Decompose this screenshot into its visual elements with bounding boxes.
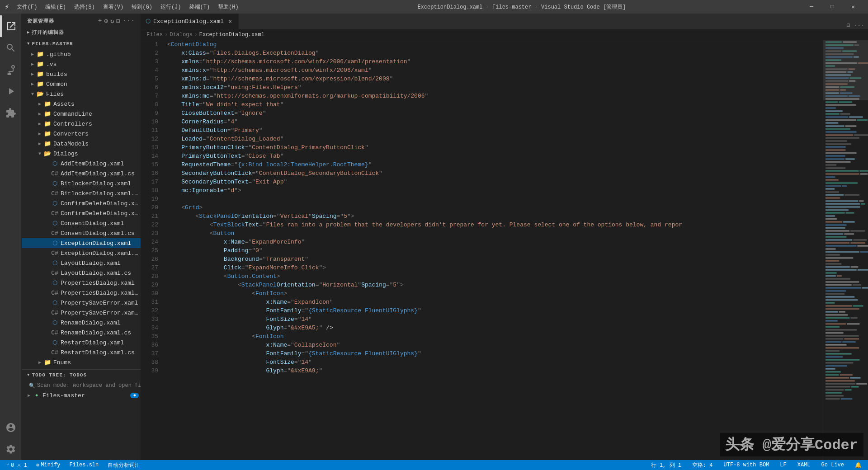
tree-item-exceptiondialog-xaml[interactable]: ▶ ⬡ ExceptionDialog.xaml [22, 238, 141, 248]
status-files-sln[interactable]: Files.sln [66, 460, 101, 470]
tab-exceptiondialog[interactable]: ⬡ ExceptionDialog.xaml ✕ [141, 14, 239, 29]
status-language[interactable]: XAML [795, 460, 813, 470]
menu-select[interactable]: 选择(S) [71, 1, 99, 13]
status-cursor[interactable]: 行 1, 列 1 [648, 460, 684, 470]
menu-edit[interactable]: 编辑(E) [42, 1, 70, 13]
run-activity-icon[interactable] [0, 80, 22, 102]
status-plus-icon[interactable]: 🔔 [852, 460, 864, 470]
close-button[interactable]: ✕ [843, 0, 863, 14]
xaml-icon-6: ⬡ [51, 259, 59, 267]
breadcrumb-file[interactable]: ExceptionDialog.xaml [199, 32, 264, 38]
code-content[interactable]: <ContentDialog x:Class="Files.Dialogs.Ex… [164, 40, 823, 460]
tree-item-restartdialog-cs[interactable]: ▶ C# RestartDialog.xaml.cs [22, 348, 141, 357]
tree-item-confirmdeletedialog-xaml[interactable]: ▶ ⬡ ConfirmDeleteDialog.xaml [22, 198, 141, 208]
split-editor-icon[interactable]: ⊟ [847, 22, 850, 29]
tree-item-layoutdialog-cs[interactable]: ▶ C# LayoutDialog.xaml.cs [22, 268, 141, 278]
tree-item-enums[interactable]: ▶ 📁 Enums [22, 357, 141, 367]
tree-item-datamodels[interactable]: ▶ 📁 DataModels [22, 139, 141, 149]
settings-activity-icon[interactable] [0, 438, 22, 460]
tree-item-renamedialog-xaml[interactable]: ▶ ⬡ RenameDialog.xaml [22, 318, 141, 328]
todo-files-master-item[interactable]: ▶ ● Files-master ● [22, 390, 141, 400]
status-spaces[interactable]: 空格: 4 [689, 460, 716, 470]
xaml-icon-5: ⬡ [51, 240, 59, 247]
sidebar: 资源管理器 + ⊕ ↻ ⊟ ··· ▶ 打开的编辑器 ▼ FILES-MASTE… [22, 14, 141, 460]
files-master-section-title[interactable]: ▼ FILES-MASTER [22, 38, 141, 49]
code-line-12: Loaded="ContentDialog_Loaded" [167, 135, 823, 143]
tree-item-propertysaveerror-cs[interactable]: ▶ C# PropertySaveError.xaml.cs [22, 308, 141, 318]
tree-item-restartdialog-xaml[interactable]: ▶ ⬡ RestartDialog.xaml [22, 338, 141, 348]
tree-item-common[interactable]: ▶ 📁 Common [22, 79, 141, 89]
tree-item-exceptiondialog-cs[interactable]: ▶ C# ExceptionDialog.xaml.cs [22, 248, 141, 258]
tree-arrow-files: ▼ [29, 92, 36, 97]
tree-item-vs[interactable]: ▶ 📁 .vs [22, 59, 141, 69]
code-line-19 [167, 195, 823, 203]
status-errors[interactable]: ⊗ Minify [33, 460, 63, 470]
source-control-activity-icon[interactable] [0, 59, 22, 80]
refresh-icon[interactable]: ↻ [110, 17, 114, 25]
status-analysis[interactable]: 自动分析词汇 [105, 460, 143, 470]
account-activity-icon[interactable] [0, 417, 22, 438]
cs-icon-2: C# [51, 190, 59, 197]
maximize-button[interactable]: □ [822, 0, 843, 14]
tree-arrow-empty14: ▶ [43, 290, 51, 296]
tree-item-propertiesdialog-xaml[interactable]: ▶ ⬡ PropertiesDialog.xaml [22, 278, 141, 288]
menu-goto[interactable]: 转到(G) [128, 1, 156, 13]
tree-item-consentdialog-xaml[interactable]: ▶ ⬡ ConsentDialog.xaml [22, 218, 141, 228]
tree-item-bitlockerdialog-xaml[interactable]: ▶ ⬡ BitlockerDialog.xaml [22, 179, 141, 188]
breadcrumb-files[interactable]: Files [146, 32, 163, 38]
status-encoding[interactable]: UTF-8 with BOM [721, 460, 772, 470]
code-line-11: DefaultButton="Primary" [167, 126, 823, 135]
tree-item-commandline[interactable]: ▶ 📁 CommandLine [22, 109, 141, 119]
xaml-icon-3: ⬡ [51, 200, 59, 207]
tree-item-assets[interactable]: ▶ 📁 Assets [22, 99, 141, 109]
minimize-button[interactable]: ─ [801, 0, 822, 14]
tree-item-propertiesdialog-cs[interactable]: ▶ C# PropertiesDialog.xaml.cs [22, 288, 141, 298]
tree-item-builds[interactable]: ▶ 📁 builds [22, 69, 141, 79]
tree-item-github[interactable]: ▶ 📁 .github [22, 49, 141, 59]
new-folder-icon[interactable]: ⊕ [104, 17, 108, 25]
tree-label-consentdialog-cs: ConsentDialog.xaml.cs [61, 230, 141, 237]
code-line-29: <StackPanel Orientation="Horizontal" Spa… [167, 281, 823, 289]
status-golive[interactable]: Go Live [819, 460, 847, 470]
tree-arrow-empty16: ▶ [43, 310, 51, 315]
collapse-all-icon[interactable]: ⊟ [116, 17, 120, 25]
explorer-activity-icon[interactable] [0, 15, 22, 37]
tree-item-confirmdeletedialog-cs[interactable]: ▶ C# ConfirmDeleteDialog.xaml.cs [22, 208, 141, 218]
folder-icon-github: 📁 [36, 51, 44, 58]
tree-label-bitlockerdialog-cs: BitlockerDialog.xaml.cs [61, 190, 141, 197]
breadcrumb-dialogs[interactable]: Dialogs [170, 32, 192, 38]
tree-item-files[interactable]: ▼ 📂 Files [22, 89, 141, 99]
todo-scan-label: Scan mode: workspace and open files [37, 382, 141, 389]
menu-file[interactable]: 文件(F) [13, 1, 41, 13]
todo-section-title[interactable]: ▼ TODO TREE: TODOS [22, 370, 141, 381]
titlebar: ⚡ 文件(F) 编辑(E) 选择(S) 查看(V) 转到(G) 运行(J) 终端… [0, 0, 868, 14]
cs-icon-3: C# [51, 210, 59, 217]
cs-icon-9: C# [51, 329, 59, 336]
menu-terminal[interactable]: 终端(T) [186, 1, 214, 13]
tree-arrow-empty15: ▶ [43, 300, 51, 306]
menu-help[interactable]: 帮助(H) [214, 1, 242, 13]
xaml-icon-4: ⬡ [51, 220, 59, 227]
tree-item-controllers[interactable]: ▶ 📁 Controllers [22, 119, 141, 129]
menu-run[interactable]: 运行(J) [157, 1, 185, 13]
open-editors-section-title[interactable]: ▶ 打开的编辑器 [22, 27, 141, 38]
menu-view[interactable]: 查看(V) [99, 1, 127, 13]
tree-item-additemdialog-cs[interactable]: ▶ C# AddItemDialog.xaml.cs [22, 169, 141, 179]
tree-item-bitlockerdialog-cs[interactable]: ▶ C# BitlockerDialog.xaml.cs [22, 188, 141, 198]
status-eol[interactable]: LF [777, 460, 789, 470]
tree-item-converters[interactable]: ▶ 📁 Converters [22, 129, 141, 139]
tree-item-layoutdialog-xaml[interactable]: ▶ ⬡ LayoutDialog.xaml [22, 258, 141, 268]
tree-arrow-empty1: ▶ [43, 161, 51, 166]
more-actions-icon[interactable]: ··· [123, 17, 135, 25]
tree-item-dialogs[interactable]: ▼ 📂 Dialogs [22, 149, 141, 159]
new-file-icon[interactable]: + [98, 17, 102, 25]
extensions-activity-icon[interactable] [0, 102, 22, 124]
search-activity-icon[interactable] [0, 37, 22, 59]
status-git[interactable]: ⑂ 0 △ 1 [4, 460, 30, 470]
tree-item-additemdialog-xaml[interactable]: ▶ ⬡ AddItemDialog.xaml [22, 159, 141, 169]
tree-item-consentdialog-cs[interactable]: ▶ C# ConsentDialog.xaml.cs [22, 228, 141, 238]
tree-item-renamedialog-cs[interactable]: ▶ C# RenameDialog.xaml.cs [22, 328, 141, 338]
tab-close-button[interactable]: ✕ [226, 18, 234, 25]
more-actions-editor-icon[interactable]: ··· [854, 22, 864, 29]
tree-item-propertysaveerror-xaml[interactable]: ▶ ⬡ PropertySaveError.xaml [22, 298, 141, 308]
